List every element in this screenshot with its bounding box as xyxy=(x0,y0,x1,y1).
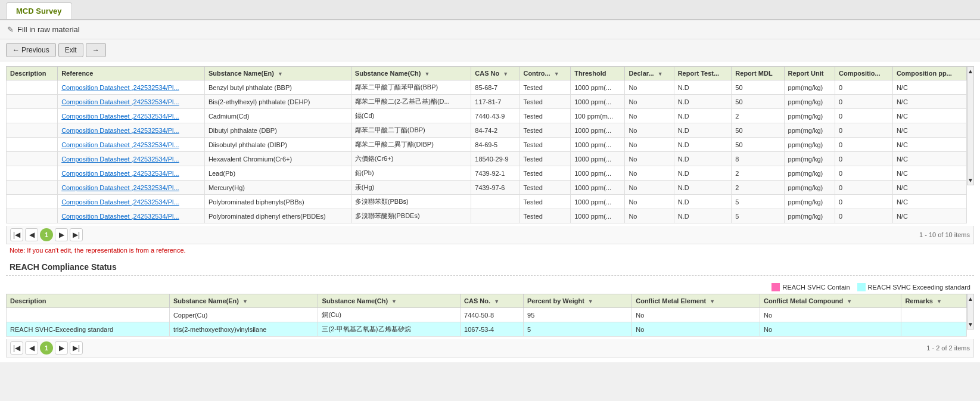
cell-composition-pp: N/C xyxy=(892,109,966,123)
top-table-pagination: |◀ ◀ 1 ▶ ▶| 1 - 10 of 10 items xyxy=(6,226,974,244)
table-row: Composition Datasheet ,242532534/Pl... B… xyxy=(7,95,967,109)
cell-substance-ch: 汞(Hg) xyxy=(351,181,471,195)
cell-composition: 0 xyxy=(835,138,893,152)
cell-threshold: 1000 ppm(... xyxy=(571,123,625,138)
tab-bar: MCD Survey xyxy=(0,0,980,20)
cell-cas-no: 7439-97-6 xyxy=(471,181,519,195)
next-button[interactable]: → xyxy=(86,43,106,57)
reach-filter-element-icon[interactable]: ▼ xyxy=(710,299,715,304)
cell-description xyxy=(7,109,58,123)
cell-reference[interactable]: Composition Datasheet ,242532534/Pl... xyxy=(58,181,205,195)
table-row: Composition Datasheet ,242532534/Pl... D… xyxy=(7,138,967,152)
page-header-text: Fill in raw material xyxy=(17,25,80,34)
cell-reference[interactable]: Composition Datasheet ,242532534/Pl... xyxy=(58,209,205,223)
cell-substance-ch: 鄰苯二甲酸二丁酯(DBP) xyxy=(351,123,471,138)
cell-report-test: N.D xyxy=(674,166,732,181)
reach-col-conflict-compound: Conflict Metal Compound ▼ xyxy=(760,294,901,308)
reach-first-page-button[interactable]: |◀ xyxy=(10,341,23,355)
cell-reference[interactable]: Composition Datasheet ,242532534/Pl... xyxy=(58,123,205,138)
reach-filter-remarks-icon[interactable]: ▼ xyxy=(937,299,942,304)
cell-description xyxy=(7,95,58,109)
previous-button[interactable]: ← Previous xyxy=(6,43,56,57)
toolbar: ← Previous Exit → xyxy=(0,39,980,61)
table-row: Copper(Cu) 銅(Cu) 7440-50-8 95 No No xyxy=(7,308,967,322)
svhc-contain-legend: REACH SVHC Contain xyxy=(771,283,850,291)
cell-reference[interactable]: Composition Datasheet ,242532534/Pl... xyxy=(58,195,205,209)
note-text: Note: If you can't edit, the representat… xyxy=(6,244,974,256)
reach-scroll-up-icon[interactable]: ▲ xyxy=(967,296,973,302)
filter-control-icon[interactable]: ▼ xyxy=(554,71,559,77)
reach-filter-ch-icon[interactable]: ▼ xyxy=(391,299,397,304)
cell-reference[interactable]: Composition Datasheet ,242532534/Pl... xyxy=(58,109,205,123)
reach-cell-conflict-element: No xyxy=(632,308,760,322)
cell-threshold: 1000 ppm(... xyxy=(571,181,625,195)
exit-button[interactable]: Exit xyxy=(58,43,83,57)
cell-reference[interactable]: Composition Datasheet ,242532534/Pl... xyxy=(58,80,205,95)
current-page-top[interactable]: 1 xyxy=(40,228,53,241)
cell-report-mdl: 50 xyxy=(732,80,784,95)
table-row: Composition Datasheet ,242532534/Pl... M… xyxy=(7,181,967,195)
filter-substance-en-icon[interactable]: ▼ xyxy=(278,71,283,77)
reach-col-percent-weight: Percent by Weight ▼ xyxy=(524,294,632,308)
svhc-exceeding-label: REACH SVHC Exceeding standard xyxy=(868,284,970,291)
reach-filter-weight-icon[interactable]: ▼ xyxy=(588,299,593,304)
cell-reference[interactable]: Composition Datasheet ,242532534/Pl... xyxy=(58,95,205,109)
cell-declar: No xyxy=(625,138,674,152)
cell-description xyxy=(7,123,58,138)
reach-cell-conflict-compound: No xyxy=(760,322,901,337)
prev-page-button[interactable]: ◀ xyxy=(25,228,38,241)
reach-cell-description xyxy=(7,308,170,322)
cell-composition-pp: N/C xyxy=(892,95,966,109)
scroll-down-icon[interactable]: ▼ xyxy=(967,177,973,184)
svhc-exceeding-color-box xyxy=(857,283,866,291)
reach-filter-cas-icon[interactable]: ▼ xyxy=(494,299,499,304)
scroll-up-icon[interactable]: ▲ xyxy=(967,68,973,74)
first-page-button[interactable]: |◀ xyxy=(10,228,23,241)
cell-description xyxy=(7,166,58,181)
reach-col-substance-ch: Substance Name(Ch) ▼ xyxy=(318,294,461,308)
cell-report-unit: ppm(mg/kg) xyxy=(784,209,835,223)
cell-report-mdl: 50 xyxy=(732,138,784,152)
cell-declar: No xyxy=(625,195,674,209)
reach-prev-page-button[interactable]: ◀ xyxy=(25,341,38,355)
reach-filter-en-icon[interactable]: ▼ xyxy=(242,299,248,304)
mcd-survey-tab[interactable]: MCD Survey xyxy=(6,2,72,19)
cell-control: Tested xyxy=(519,152,571,166)
cell-reference[interactable]: Composition Datasheet ,242532534/Pl... xyxy=(58,138,205,152)
filter-substance-ch-icon[interactable]: ▼ xyxy=(425,71,430,77)
cell-substance-ch: 鄰苯二甲酸二(2-乙基己基)酯(D... xyxy=(351,95,471,109)
cell-report-test: N.D xyxy=(674,195,732,209)
col-report-unit: Report Unit xyxy=(784,67,835,80)
cell-reference[interactable]: Composition Datasheet ,242532534/Pl... xyxy=(58,166,205,181)
cell-report-mdl: 8 xyxy=(732,152,784,166)
top-table-header-row: Description Reference Substance Name(En)… xyxy=(7,67,967,80)
col-composition-pp: Composition pp... xyxy=(892,67,966,80)
cell-control: Tested xyxy=(519,181,571,195)
reach-col-conflict-element: Conflict Metal Element ▼ xyxy=(632,294,760,308)
filter-declar-icon[interactable]: ▼ xyxy=(658,71,663,77)
main-content: Description Reference Substance Name(En)… xyxy=(0,61,980,362)
reach-filter-compound-icon[interactable]: ▼ xyxy=(847,299,852,304)
cell-substance-en: Benzyl butyl phthalate (BBP) xyxy=(204,80,351,95)
filter-cas-icon[interactable]: ▼ xyxy=(503,71,508,77)
reach-last-page-button[interactable]: ▶| xyxy=(70,341,83,355)
reach-cell-cas-no: 1067-53-4 xyxy=(461,322,524,337)
cell-composition-pp: N/C xyxy=(892,166,966,181)
cell-report-unit: ppm(mg/kg) xyxy=(784,195,835,209)
reach-cell-substance-en: tris(2-methoxyethoxy)vinylsilane xyxy=(169,322,318,337)
reach-cell-cas-no: 7440-50-8 xyxy=(461,308,524,322)
cell-report-unit: ppm(mg/kg) xyxy=(784,123,835,138)
col-report-mdl: Report MDL xyxy=(732,67,784,80)
reach-next-page-button[interactable]: ▶ xyxy=(55,341,68,355)
next-page-button[interactable]: ▶ xyxy=(55,228,68,241)
cell-description xyxy=(7,152,58,166)
cell-composition: 0 xyxy=(835,109,893,123)
cell-report-unit: ppm(mg/kg) xyxy=(784,181,835,195)
reach-scroll-down-icon[interactable]: ▼ xyxy=(967,321,973,328)
cell-reference[interactable]: Composition Datasheet ,242532534/Pl... xyxy=(58,152,205,166)
reach-cell-substance-ch: 銅(Cu) xyxy=(318,308,461,322)
last-page-button[interactable]: ▶| xyxy=(70,228,83,241)
cell-composition: 0 xyxy=(835,123,893,138)
col-report-test: Report Test... xyxy=(674,67,732,80)
current-page-reach[interactable]: 1 xyxy=(40,341,53,355)
